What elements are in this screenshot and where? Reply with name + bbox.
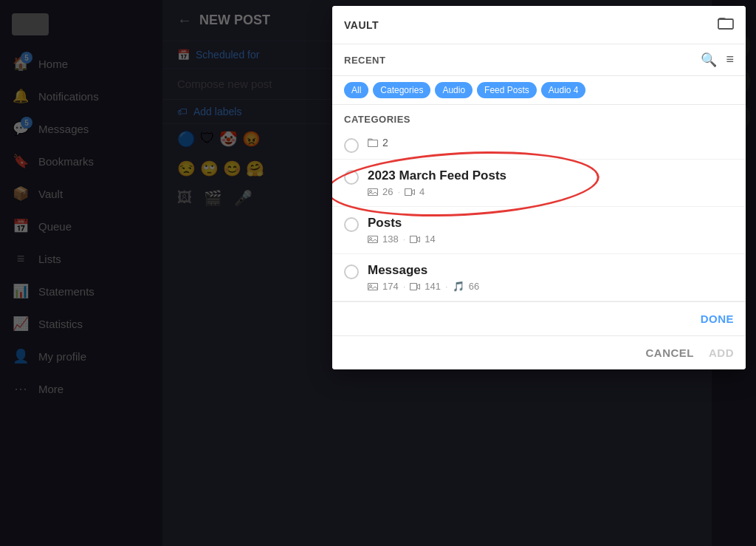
messages-video-count: 141 — [425, 281, 441, 292]
vault-title: VAULT — [344, 19, 379, 31]
march-posts-meta: 26 · 4 — [368, 186, 734, 197]
add-button[interactable]: ADD — [709, 347, 734, 359]
categories-label: CATEGORIES — [332, 105, 746, 131]
filter-icon[interactable]: ≡ — [726, 52, 734, 68]
messages-cat-name: Messages — [368, 263, 734, 278]
folder2-folder-icon — [368, 138, 378, 147]
march-photo-icon — [368, 188, 378, 197]
dot-3: · — [403, 281, 406, 292]
chip-categories[interactable]: Categories — [373, 82, 430, 98]
march-posts-name: 2023 March Feed Posts — [368, 168, 734, 183]
category-radio-march[interactable] — [344, 170, 359, 185]
svg-rect-0 — [718, 19, 733, 29]
march-video-icon — [405, 188, 415, 196]
category-info-posts: Posts 138 · 14 — [368, 216, 734, 245]
messages-meta: 174 · 141 · 🎵 66 — [368, 281, 734, 292]
vault-modal: VAULT RECENT 🔍 ≡ All Categories Audio Fe… — [332, 6, 746, 369]
svg-rect-1 — [368, 140, 378, 147]
done-bar: DONE — [332, 301, 746, 335]
posts-name: Posts — [368, 216, 734, 231]
vault-folder-icon — [718, 16, 734, 33]
posts-video-count: 14 — [425, 233, 435, 245]
category-item-folder2[interactable]: 2 — [332, 131, 746, 160]
messages-photo-icon — [368, 282, 378, 291]
messages-audio-icon: 🎵 — [453, 281, 464, 292]
march-video-count: 4 — [419, 186, 425, 197]
dot-2: · — [403, 233, 406, 245]
recent-icons: 🔍 ≡ — [701, 52, 734, 68]
cancel-button[interactable]: CANCEL — [646, 347, 695, 359]
dot-1: · — [397, 186, 400, 197]
svg-rect-7 — [410, 236, 417, 242]
folder2-meta: 2 — [368, 137, 734, 149]
svg-rect-4 — [405, 188, 412, 195]
chip-audio[interactable]: Audio — [435, 82, 472, 98]
category-info-messages: Messages 174 · 141 — [368, 263, 734, 292]
category-info-march: 2023 March Feed Posts 26 · — [368, 168, 734, 197]
vault-header-bar: VAULT — [332, 6, 746, 44]
folder2-count: 2 — [382, 137, 388, 149]
messages-video-icon — [410, 283, 420, 290]
recent-bar: RECENT 🔍 ≡ — [332, 44, 746, 76]
march-photo-count: 26 — [382, 186, 393, 197]
messages-photo-count: 174 — [382, 281, 399, 292]
dot-4: · — [445, 281, 448, 292]
recent-label: RECENT — [344, 55, 385, 66]
posts-meta: 138 · 14 — [368, 233, 734, 245]
posts-photo-icon — [368, 235, 378, 244]
modal-footer: CANCEL ADD — [332, 335, 746, 369]
svg-rect-10 — [410, 283, 417, 290]
posts-video-icon — [410, 236, 420, 243]
chip-all[interactable]: All — [344, 82, 368, 98]
recent-chips-row: All Categories Audio Feed Posts Audio 4 — [332, 76, 746, 105]
category-item-march-posts[interactable]: 2023 March Feed Posts 26 · — [332, 160, 746, 207]
category-info-folder2: 2 — [368, 137, 734, 149]
category-item-messages[interactable]: Messages 174 · 141 — [332, 254, 746, 301]
search-icon[interactable]: 🔍 — [701, 52, 717, 68]
chip-audio4[interactable]: Audio 4 — [541, 82, 586, 98]
category-item-posts[interactable]: Posts 138 · 14 — [332, 207, 746, 254]
messages-audio-count: 66 — [469, 281, 479, 292]
chip-feed-posts[interactable]: Feed Posts — [477, 82, 537, 98]
posts-photo-count: 138 — [382, 233, 399, 245]
done-button[interactable]: DONE — [701, 313, 734, 325]
category-radio-messages[interactable] — [344, 265, 359, 279]
category-radio-posts[interactable] — [344, 217, 359, 232]
category-radio-folder2[interactable] — [344, 138, 359, 153]
